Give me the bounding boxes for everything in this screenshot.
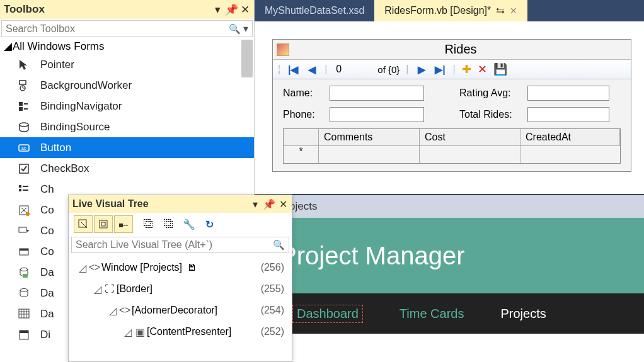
lvt-row[interactable]: ◿<>[AdornerDecorator](254) <box>74 300 287 321</box>
svg-rect-16 <box>23 274 28 278</box>
lvt-expand-icon[interactable]: ⿻ <box>139 215 158 233</box>
rides-form-window[interactable]: Rides ¦ |◀ ◀ | 0 of {0} | ▶ ▶| | ✚ ✕ 💾 <box>272 39 631 172</box>
node-type-icon: ⛶ <box>103 283 117 295</box>
node-label: [AdornerDecorator] <box>132 305 261 316</box>
nav-delete-icon[interactable]: ✕ <box>478 62 487 76</box>
lvt-layout-icon[interactable] <box>94 215 113 233</box>
item-icon <box>16 265 32 280</box>
project-manager-window: Projects Project Manager Dashboard Time … <box>255 194 644 362</box>
input-name[interactable] <box>330 86 424 101</box>
label-name: Name: <box>283 88 318 99</box>
item-icon <box>16 78 32 93</box>
search-icon[interactable]: 🔍 <box>229 23 241 35</box>
svg-point-17 <box>20 288 28 291</box>
pm-tab-projects[interactable]: Projects <box>500 307 546 321</box>
tab-label: MyShuttleDataSet.xsd <box>265 5 364 16</box>
scrollbar-thumb[interactable] <box>241 40 253 77</box>
svg-rect-24 <box>119 223 123 227</box>
toolbox-group[interactable]: ◢ All Windows Forms <box>0 38 254 54</box>
nav-next-icon[interactable]: ▶ <box>415 64 428 76</box>
lvt-refresh-icon[interactable]: ↻ <box>200 215 219 233</box>
new-row-icon: * <box>284 146 319 163</box>
pin-icon[interactable]: 📌 <box>264 199 274 209</box>
toolbox-title: Toolbox <box>4 3 209 16</box>
svg-point-15 <box>20 268 28 271</box>
dropdown-icon[interactable]: ▾ <box>212 4 222 14</box>
live-visual-tree-panel[interactable]: Live Visual Tree ▾ 📌 ✕ ⿻ ⿻ 🔧 ↻ 🔍 ◿<>Wind… <box>68 195 292 362</box>
lvt-select-icon[interactable] <box>74 215 93 233</box>
document-icon: 🗎 <box>187 262 197 273</box>
tab-dataset[interactable]: MyShuttleDataSet.xsd <box>255 0 374 21</box>
item-icon <box>16 161 32 176</box>
svg-rect-9 <box>19 189 21 191</box>
data-grid[interactable]: Comments Cost CreatedAt * <box>283 128 621 164</box>
toolbox-item[interactable]: BindingSource <box>0 116 254 137</box>
close-icon[interactable]: ✕ <box>510 6 517 16</box>
search-icon[interactable]: 🔍 <box>273 239 285 251</box>
lvt-row[interactable]: ◿<>Window [Projects] 🗎(256) <box>74 257 287 278</box>
nav-of-label: of {0} <box>377 64 400 75</box>
svg-text:ab: ab <box>21 146 26 150</box>
item-icon <box>16 57 32 72</box>
close-icon[interactable]: ✕ <box>278 199 288 209</box>
toolbox-search-input[interactable] <box>6 23 229 35</box>
item-label: Co <box>40 225 54 237</box>
toolbox-item[interactable]: BindingNavigator <box>0 96 254 116</box>
item-label: Da <box>40 266 54 279</box>
nav-prev-icon[interactable]: ◀ <box>306 64 318 76</box>
pm-tabs: Dashboard Time Cards Projects <box>255 293 644 334</box>
label-rating: Rating Avg: <box>459 88 516 99</box>
item-label: BackgroundWorker <box>40 79 132 92</box>
caret-icon[interactable]: ◿ <box>124 326 133 338</box>
lvt-search-input[interactable] <box>76 239 273 251</box>
toolbox-item[interactable]: BackgroundWorker <box>0 75 254 96</box>
nav-first-icon[interactable]: |◀ <box>287 64 299 76</box>
caret-icon[interactable]: ◿ <box>79 262 88 274</box>
pin-icon[interactable]: 📌 <box>226 4 236 14</box>
item-icon <box>16 307 32 322</box>
nav-position[interactable]: 0 <box>333 64 371 75</box>
pm-titlebar[interactable]: Projects <box>255 195 644 218</box>
item-icon <box>16 182 32 197</box>
pin-icon[interactable]: ⮀ <box>496 6 505 16</box>
node-type-icon: <> <box>118 305 132 316</box>
nav-last-icon[interactable]: ▶| <box>434 64 447 76</box>
lvt-track-icon[interactable] <box>114 215 133 233</box>
node-type-icon: ▣ <box>133 326 147 338</box>
input-phone[interactable] <box>330 107 424 122</box>
lvt-row[interactable]: ◿▣[ContentPresenter](252) <box>74 321 287 342</box>
toolbox-search[interactable]: 🔍 ▾ <box>1 20 253 37</box>
close-icon[interactable]: ✕ <box>240 4 250 14</box>
caret-icon[interactable]: ◿ <box>109 305 118 317</box>
col-comments[interactable]: Comments <box>319 129 420 145</box>
nav-add-icon[interactable]: ✚ <box>462 62 471 76</box>
item-icon <box>16 99 32 114</box>
nav-save-icon[interactable]: 💾 <box>493 62 507 76</box>
svg-point-4 <box>20 123 28 127</box>
svg-rect-23 <box>101 222 105 226</box>
pm-tab-timecards[interactable]: Time Cards <box>400 307 464 321</box>
lvt-search[interactable]: 🔍 <box>71 237 289 253</box>
chevron-down-icon[interactable]: ▾ <box>243 23 248 35</box>
item-icon <box>16 120 32 135</box>
dropdown-icon[interactable]: ▾ <box>250 199 260 209</box>
caret-icon[interactable]: ◿ <box>94 283 103 295</box>
tab-ridesform[interactable]: RidesForm.vb [Design]* ⮀ ✕ <box>374 0 527 21</box>
item-label: Co <box>40 204 54 217</box>
lvt-row[interactable]: ◿⛶[Border](255) <box>74 278 287 300</box>
item-label: BindingNavigator <box>40 100 122 113</box>
lvt-settings-icon[interactable]: 🔧 <box>180 215 198 233</box>
pm-tab-dashboard[interactable]: Dashboard <box>292 305 363 323</box>
col-cost[interactable]: Cost <box>420 129 520 145</box>
binding-navigator[interactable]: ¦ |◀ ◀ | 0 of {0} | ▶ ▶| | ✚ ✕ 💾 <box>273 59 631 79</box>
col-createdat[interactable]: CreatedAt <box>520 129 620 145</box>
lvt-collapse-icon[interactable]: ⿻ <box>159 215 178 233</box>
toolbox-item[interactable]: CheckBox <box>0 158 254 179</box>
toolbox-item[interactable]: abButton <box>0 137 254 158</box>
lvt-toolbar: ⿻ ⿻ 🔧 ↻ <box>69 213 292 235</box>
input-rating[interactable] <box>527 86 609 101</box>
input-total[interactable] <box>527 107 609 122</box>
form-designer: Rides ¦ |◀ ◀ | 0 of {0} | ▶ ▶| | ✚ ✕ 💾 <box>255 21 644 194</box>
item-label: Da <box>40 308 54 320</box>
toolbox-item[interactable]: Pointer <box>0 54 254 75</box>
